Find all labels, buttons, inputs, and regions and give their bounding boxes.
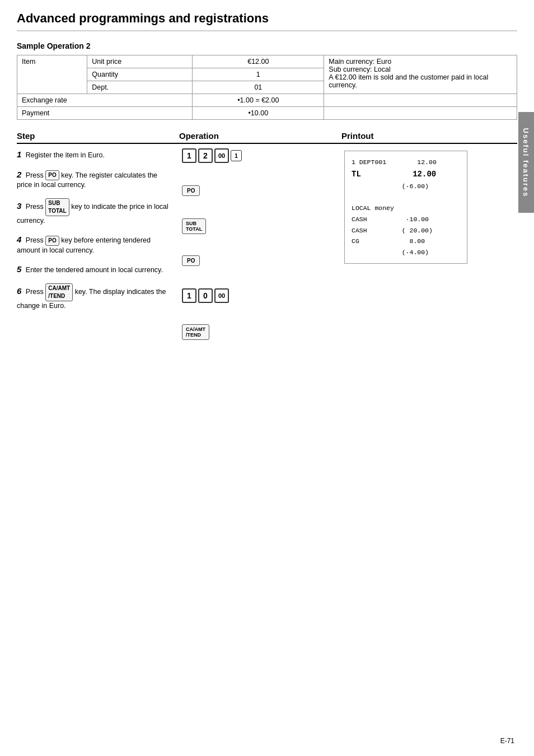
step-1: 1 Register the item in Euro. bbox=[17, 148, 174, 161]
exchange-rate-notes bbox=[324, 94, 517, 107]
quantity-value: 1 bbox=[193, 68, 324, 81]
side-tab-label: Useful features bbox=[522, 128, 531, 197]
num-key-00: 00 bbox=[214, 148, 229, 163]
op-3: SUBTOTAL bbox=[182, 218, 341, 234]
payment-value: •10.00 bbox=[193, 107, 324, 120]
sample-operation-table: Item Unit price €12.00 Main currency: Eu… bbox=[17, 55, 517, 120]
op-5-numkeys: 1 0 00 bbox=[182, 288, 341, 303]
num-key-00b: 00 bbox=[214, 288, 229, 303]
unit-price-value: €12.00 bbox=[193, 55, 324, 68]
step-3-number: 3 bbox=[17, 201, 21, 211]
payment-notes bbox=[324, 107, 517, 120]
step-5-text: Enter the tendered amount in local curre… bbox=[26, 266, 163, 274]
steps-content: 1 Register the item in Euro. 2 Press PO … bbox=[17, 148, 517, 340]
op-6: CA/AMT/TEND bbox=[182, 324, 341, 340]
step-2-text: Press PO key. The register calculates th… bbox=[17, 171, 157, 189]
step-5-number: 5 bbox=[17, 264, 21, 274]
dept-label: Dept. bbox=[87, 81, 193, 94]
steps-section: Step Operation Printout 1 Register the i… bbox=[17, 131, 517, 340]
step-4: 4 Press PO key before entering tendered … bbox=[17, 234, 174, 255]
step-1-number: 1 bbox=[17, 150, 21, 159]
receipt-line-8: (·4.00) bbox=[352, 247, 460, 258]
op-po-key-2: PO bbox=[182, 255, 200, 266]
operation-column: 1 2 00 1 PO SUBTOTAL PO bbox=[179, 148, 341, 340]
payment-label: Payment bbox=[17, 107, 193, 120]
step-col-header: Step bbox=[17, 131, 179, 141]
receipt-line-blank bbox=[352, 192, 460, 203]
receipt-line-5: CASH ·10.00 bbox=[352, 214, 460, 225]
op-ca-amt-key: CA/AMT/TEND bbox=[182, 324, 209, 340]
po-key-1: PO bbox=[45, 170, 59, 180]
sample-operation-title: Sample Operation 2 bbox=[17, 41, 517, 50]
exchange-rate-value: •1.00 = €2.00 bbox=[193, 94, 324, 107]
num-key-0: 0 bbox=[198, 288, 213, 303]
po-key-2: PO bbox=[45, 236, 59, 246]
page-title: Advanced programmings and registrations bbox=[17, 11, 517, 31]
receipt-line-7: CG 8.00 bbox=[352, 236, 460, 247]
op-4: PO bbox=[182, 255, 341, 266]
quantity-label: Quantity bbox=[87, 68, 193, 81]
op-sub-total-key: SUBTOTAL bbox=[182, 218, 206, 234]
num-key-1b: 1 bbox=[182, 288, 196, 303]
printout-col-header: Printout bbox=[341, 131, 504, 141]
step-5: 5 Enter the tendered amount in local cur… bbox=[17, 263, 174, 276]
useful-features-tab: Useful features bbox=[518, 112, 534, 213]
unit-price-label: Unit price bbox=[87, 55, 193, 68]
step-4-text: Press PO key before entering tendered am… bbox=[17, 236, 151, 254]
receipt-line-4: LOCAL money bbox=[352, 203, 460, 214]
op-1-numkeys: 1 2 00 1 bbox=[182, 148, 341, 163]
receipt-box: 1 DEPT001 12.00 TL 12.00 (·6.00) LOCAL m… bbox=[344, 151, 467, 264]
op-po-key-1: PO bbox=[182, 185, 200, 196]
notes-cell: Main currency: EuroSub currency: LocalA … bbox=[324, 55, 517, 94]
step-2-number: 2 bbox=[17, 170, 21, 179]
num-key-1: 1 bbox=[182, 148, 196, 163]
receipt-line-3: (·6.00) bbox=[352, 181, 460, 192]
num-key-2: 2 bbox=[198, 148, 213, 163]
step-6-text: Press CA/AMT/TEND key. The display indic… bbox=[17, 288, 166, 310]
step-1-text: Register the item in Euro. bbox=[26, 151, 105, 159]
steps-column: 1 Register the item in Euro. 2 Press PO … bbox=[17, 148, 179, 340]
receipt-line-6: CASH ( 20.00) bbox=[352, 225, 460, 236]
step-3: 3 Press SUBTOTAL key to indicate the pri… bbox=[17, 198, 174, 226]
receipt-line-2: TL 12.00 bbox=[352, 168, 460, 181]
op-1: 1 2 00 1 bbox=[182, 148, 341, 163]
step-2: 2 Press PO key. The register calculates … bbox=[17, 169, 174, 190]
exchange-rate-label: Exchange rate bbox=[17, 94, 193, 107]
op-2: PO bbox=[182, 185, 341, 196]
num-key-sub-1: 1 bbox=[231, 150, 242, 161]
printout-column: 1 DEPT001 12.00 TL 12.00 (·6.00) LOCAL m… bbox=[341, 148, 504, 340]
step-4-number: 4 bbox=[17, 235, 21, 244]
op-5: 1 0 00 bbox=[182, 288, 341, 303]
operation-col-header: Operation bbox=[179, 131, 341, 141]
page-number: E-71 bbox=[500, 737, 514, 745]
receipt-line-1: 1 DEPT001 12.00 bbox=[352, 157, 460, 168]
steps-header: Step Operation Printout bbox=[17, 131, 517, 144]
step-3-text: Press SUBTOTAL key to indicate the price… bbox=[17, 203, 168, 225]
dept-value: 01 bbox=[193, 81, 324, 94]
step-6: 6 Press CA/AMT/TEND key. The display ind… bbox=[17, 283, 174, 311]
step-6-number: 6 bbox=[17, 286, 21, 296]
sub-total-key-1: SUBTOTAL bbox=[45, 198, 69, 216]
item-label: Item bbox=[17, 55, 87, 94]
ca-amt-key: CA/AMT/TEND bbox=[45, 283, 73, 301]
